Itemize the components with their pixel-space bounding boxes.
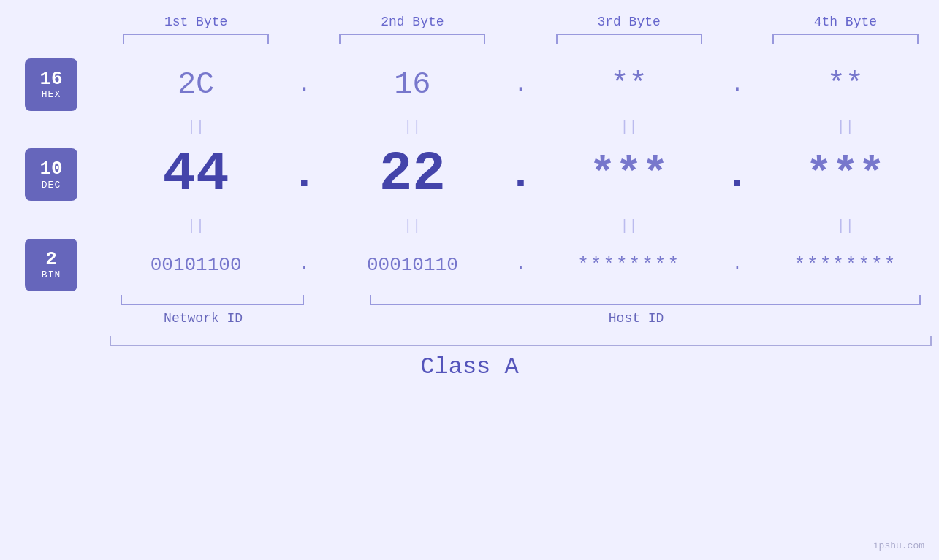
dec-byte4: *** bbox=[806, 150, 885, 199]
host-bracket bbox=[370, 295, 921, 305]
eq1-byte1: || bbox=[102, 112, 289, 141]
dec-byte3: *** bbox=[590, 150, 669, 199]
bracket-byte2 bbox=[319, 34, 506, 44]
eq2-byte3: || bbox=[536, 211, 723, 240]
bin-dot1: . bbox=[300, 256, 309, 274]
bracket-byte4 bbox=[752, 34, 939, 44]
dec-dot2: . bbox=[507, 150, 533, 199]
byte1-label: 1st Byte bbox=[102, 15, 289, 29]
hex-dot1: . bbox=[297, 71, 311, 98]
bin-dot2: . bbox=[516, 256, 525, 274]
bin-byte1: 00101100 bbox=[151, 254, 242, 276]
watermark: ipshu.com bbox=[873, 540, 924, 551]
byte3-label: 3rd Byte bbox=[536, 15, 723, 29]
dec-byte1: 44 bbox=[163, 143, 229, 206]
eq1-byte2: || bbox=[319, 112, 506, 141]
eq2-byte4: || bbox=[752, 211, 939, 240]
hex-byte2: 16 bbox=[394, 67, 430, 102]
dec-dot1: . bbox=[291, 150, 317, 199]
eq1-byte3: || bbox=[536, 112, 723, 141]
hex-byte4: ** bbox=[827, 67, 864, 102]
eq1-byte4: || bbox=[752, 112, 939, 141]
byte4-label: 4th Byte bbox=[752, 15, 939, 29]
bracket-byte3 bbox=[536, 34, 723, 44]
eq2-byte1: || bbox=[102, 211, 289, 240]
host-id-label: Host ID bbox=[609, 311, 664, 326]
dec-badge: 10 DEC bbox=[25, 148, 77, 201]
hex-byte3: ** bbox=[610, 67, 647, 102]
hex-byte1: 2C bbox=[178, 67, 214, 102]
hex-badge: 16 HEX bbox=[25, 58, 77, 111]
hex-dot2: . bbox=[514, 71, 528, 98]
bracket-byte1 bbox=[102, 34, 289, 44]
hex-dot3: . bbox=[730, 71, 744, 98]
byte2-label: 2nd Byte bbox=[319, 15, 506, 29]
bin-byte2: 00010110 bbox=[367, 254, 458, 276]
bin-dot3: . bbox=[732, 256, 742, 274]
dec-byte2: 22 bbox=[379, 143, 446, 206]
bin-badge: 2 BIN bbox=[25, 239, 77, 291]
bin-byte3: ******** bbox=[577, 254, 680, 276]
class-label: Class A bbox=[420, 353, 518, 380]
network-bracket bbox=[121, 295, 304, 305]
network-id-label: Network ID bbox=[164, 311, 243, 326]
eq2-byte2: || bbox=[319, 211, 506, 240]
bin-byte4: ******** bbox=[794, 254, 897, 276]
dec-dot3: . bbox=[724, 150, 750, 199]
outer-bracket bbox=[110, 336, 932, 346]
